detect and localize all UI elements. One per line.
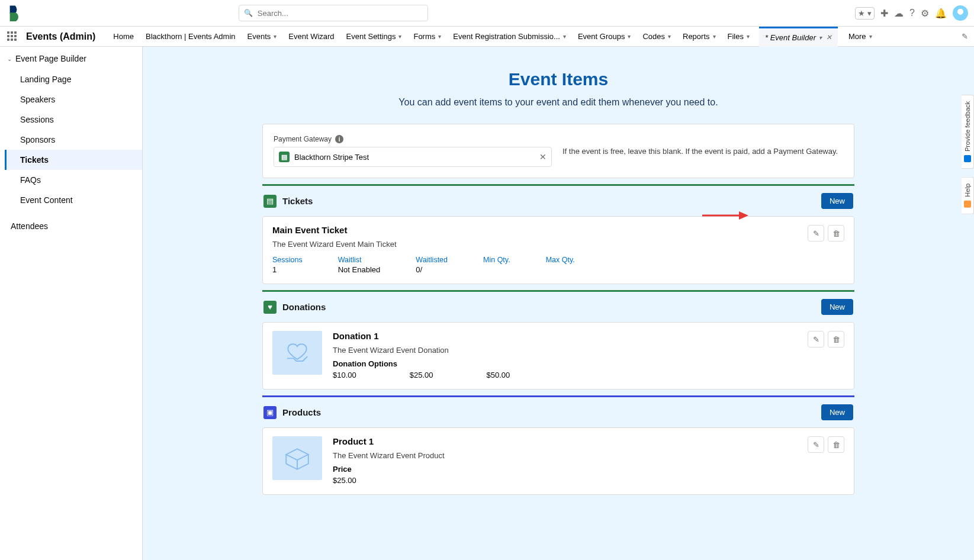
delete-ticket-button[interactable]: 🗑	[828, 225, 844, 242]
help-icon[interactable]: ?	[909, 8, 915, 18]
chevron-down-icon[interactable]: ▾	[274, 33, 277, 40]
stat-label: Min Qty.	[483, 256, 510, 264]
nav-item-label: Home	[113, 32, 134, 41]
edit-ticket-button[interactable]: ✎	[808, 225, 824, 242]
chevron-down-icon[interactable]: ▾	[819, 34, 822, 41]
nav-item[interactable]: Event Wizard	[282, 27, 340, 47]
nav-item-label: Forms	[413, 32, 435, 41]
search-input[interactable]	[256, 8, 423, 18]
nav-item[interactable]: Blackthorn | Events Admin	[140, 27, 242, 47]
ticket-stat: Min Qty.	[483, 256, 510, 274]
new-ticket-button[interactable]: New	[821, 193, 853, 209]
product-price-label: Price	[333, 465, 445, 474]
sidebar-header[interactable]: ⌄ Event Page Builder	[0, 49, 142, 68]
payment-gateway-card: Payment Gateway i ▤ Blackthorn Stripe Te…	[262, 124, 854, 178]
favorites-button[interactable]: ★ ▾	[855, 7, 875, 20]
tickets-section: ▤ Tickets New Main Event Ticket The Even…	[262, 184, 854, 284]
donations-title: Donations	[282, 302, 326, 312]
chevron-down-icon[interactable]: ▾	[398, 33, 401, 40]
close-icon[interactable]: ✕	[826, 33, 832, 41]
nav-item-label: Codes	[642, 32, 665, 41]
nav-item[interactable]: Codes▾	[637, 27, 677, 47]
donation-option: $25.00	[410, 371, 433, 379]
products-section: ▣ Products New Product 1 The Ev	[262, 395, 854, 495]
nav-item-label: Event Settings	[346, 32, 396, 41]
clear-icon[interactable]: ✕	[539, 152, 547, 162]
help-tab[interactable]: Help	[962, 177, 974, 214]
chevron-down-icon[interactable]: ▾	[747, 33, 750, 40]
nav-item[interactable]: Events▾	[242, 27, 283, 47]
donation-option: $50.00	[487, 371, 510, 379]
app-launcher-icon[interactable]	[6, 30, 19, 43]
chevron-down-icon[interactable]: ▾	[713, 33, 716, 40]
ticket-stat: Waitlisted0/	[416, 256, 448, 274]
feedback-tabs: Provide feedback Help	[962, 95, 974, 214]
nav-item[interactable]: Event Settings▾	[340, 27, 408, 47]
setup-gear-icon[interactable]: ⚙	[921, 8, 929, 19]
sidebar-item[interactable]: Landing Page	[5, 69, 142, 89]
global-search[interactable]: 🔍	[239, 5, 428, 21]
content-area: Event Items You can add event items to y…	[143, 47, 974, 560]
sidebar-item[interactable]: Tickets	[5, 150, 142, 170]
nav-item[interactable]: Event Groups▾	[572, 27, 637, 47]
more-label: More	[848, 32, 866, 41]
sidebar-item[interactable]: Event Content	[5, 190, 142, 210]
sidebar: ⌄ Event Page Builder Landing PageSpeaker…	[0, 47, 143, 560]
nav-item[interactable]: Forms▾	[407, 27, 447, 47]
new-product-button[interactable]: New	[821, 404, 853, 420]
global-header: 🔍 ★ ▾ ✚ ☁ ? ⚙ 🔔	[0, 0, 974, 27]
nav-item[interactable]: Files▾	[722, 27, 756, 47]
nav-item-label: Files	[728, 32, 744, 41]
new-donation-button[interactable]: New	[821, 299, 853, 315]
nav-item-label: Event Registration Submissio...	[453, 32, 560, 41]
sidebar-item[interactable]: Sponsors	[5, 130, 142, 150]
chevron-down-icon[interactable]: ▾	[668, 33, 671, 40]
nav-more[interactable]: More ▾	[843, 27, 878, 47]
app-title: Events (Admin)	[26, 31, 95, 42]
info-icon[interactable]: i	[335, 135, 343, 143]
nav-item[interactable]: Event Registration Submissio...▾	[447, 27, 572, 47]
edit-donation-button[interactable]: ✎	[808, 331, 824, 347]
chevron-down-icon[interactable]: ▾	[563, 33, 566, 40]
salesforce-icon[interactable]: ☁	[894, 8, 904, 19]
sidebar-item[interactable]: Sessions	[5, 110, 142, 130]
tab-event-builder[interactable]: * Event Builder ▾ ✕	[759, 27, 838, 47]
page-subtitle: You can add event items to your event an…	[393, 95, 724, 110]
stat-label: Sessions	[272, 256, 303, 264]
edit-nav-icon[interactable]: ✎	[962, 32, 968, 41]
delete-donation-button[interactable]: 🗑	[828, 331, 844, 347]
ticket-stat: Max Qty.	[546, 256, 575, 274]
edit-product-button[interactable]: ✎	[808, 436, 824, 453]
avatar[interactable]	[953, 5, 968, 21]
tab-label: * Event Builder	[765, 33, 816, 42]
stat-value: 0/	[416, 265, 448, 274]
stat-value: 1	[272, 265, 303, 274]
provide-feedback-tab[interactable]: Provide feedback	[962, 95, 974, 169]
product-item-card: Product 1 The Event Wizard Event Product…	[262, 427, 854, 495]
nav-item-label: Event Groups	[578, 32, 625, 41]
add-icon[interactable]: ✚	[880, 8, 888, 19]
sidebar-item-attendees[interactable]: Attendees	[0, 216, 142, 236]
products-title: Products	[282, 407, 321, 417]
donation-item-card: Donation 1 The Event Wizard Event Donati…	[262, 322, 854, 390]
chevron-down-icon[interactable]: ▾	[438, 33, 441, 40]
chevron-down-icon[interactable]: ▾	[628, 33, 631, 40]
gateway-input[interactable]: ▤ Blackthorn Stripe Test ✕	[274, 147, 552, 167]
product-name: Product 1	[333, 436, 445, 446]
products-icon: ▣	[263, 406, 277, 419]
donation-name: Donation 1	[333, 331, 510, 341]
donations-icon: ♥	[263, 301, 277, 314]
gateway-label: Payment Gateway i	[274, 135, 552, 143]
header-utility: ★ ▾ ✚ ☁ ? ⚙ 🔔	[855, 5, 968, 21]
page-title: Event Items	[262, 69, 854, 89]
gateway-value: Blackthorn Stripe Test	[294, 153, 535, 162]
nav-item[interactable]: Reports▾	[677, 27, 722, 47]
gateway-hint: If the event is free, leave this blank. …	[562, 147, 838, 156]
nav-item[interactable]: Home	[107, 27, 140, 47]
sidebar-item[interactable]: Speakers	[5, 89, 142, 110]
nav-bar: Events (Admin) HomeBlackthorn | Events A…	[0, 27, 974, 47]
delete-product-button[interactable]: 🗑	[828, 436, 844, 453]
nav-item-label: Reports	[683, 32, 710, 41]
notification-bell-icon[interactable]: 🔔	[935, 8, 947, 19]
sidebar-item[interactable]: FAQs	[5, 170, 142, 190]
